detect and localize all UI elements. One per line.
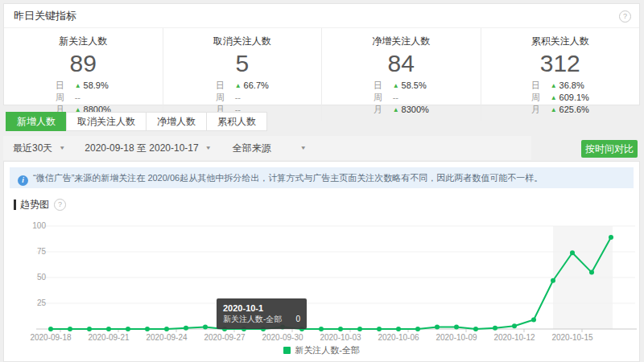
tooltip-value: 0 [295, 314, 300, 325]
stat-value: ▲36.8% [551, 80, 584, 90]
kpi-card-value: 5 [163, 50, 322, 77]
x-tick-label: 2020-10-12 [493, 333, 535, 342]
kpi-stat-row: 月▲625.6% [531, 104, 589, 116]
trend-line-chart[interactable]: 2550751002020-09-182020-09-212020-09-242… [4, 216, 639, 345]
stat-period-label: 月 [531, 104, 551, 116]
stat-period-label: 月 [374, 104, 393, 116]
caret-down-icon: ▼ [59, 145, 65, 150]
up-arrow-icon: ▲ [393, 82, 399, 89]
kpi-card: 新关注人数89日▲58.9%周--月▲8800% [4, 28, 163, 121]
kpi-stat-row: 周▲609.1% [531, 92, 589, 104]
date-range-dropdown[interactable]: 2020-09-18 至 2020-10-17 ▼ [85, 142, 211, 155]
tab-累积人数[interactable]: 累积人数 [206, 112, 267, 131]
stat-period-label: 日 [374, 80, 393, 92]
kpi-panel-title: 昨日关键指标 [4, 4, 639, 28]
tooltip-series: 新关注人数-全部 [223, 314, 282, 325]
stat-value: ▲625.6% [551, 105, 589, 114]
up-arrow-icon: ▲ [551, 94, 557, 101]
data-point [609, 235, 613, 240]
data-point [48, 327, 53, 331]
y-tick-label: 100 [32, 221, 46, 230]
stat-period-label: 日 [216, 80, 235, 92]
chart-title: 趋势图 ? [14, 198, 639, 212]
kpi-stat-row: 月▲8300% [374, 104, 429, 116]
up-arrow-icon: ▲ [235, 82, 242, 89]
kpi-card: 取消关注人数5日▲66.7%周--月-- [163, 28, 322, 121]
help-icon[interactable]: ? [54, 199, 66, 211]
data-point [415, 327, 420, 331]
data-point [570, 250, 575, 255]
stat-value: ▲8300% [393, 105, 429, 114]
kpi-card-label: 净增关注人数 [322, 35, 481, 48]
kpi-stat-row: 周-- [56, 92, 111, 104]
x-tick-label: 2020-09-27 [204, 333, 246, 342]
kpi-card-label: 新关注人数 [4, 35, 163, 48]
x-tick-label: 2020-09-24 [146, 333, 188, 342]
data-point [589, 270, 594, 275]
x-tick-label: 2020-10-09 [436, 333, 477, 342]
kpi-card: 净增关注人数84日▲58.5%周--月▲8300% [321, 28, 481, 121]
title-bar-icon [14, 200, 16, 210]
date-range-value: 2020-09-18 至 2020-10-17 [85, 142, 198, 155]
kpi-card: 累积关注人数312日▲36.8%周▲609.1%月▲625.6% [481, 28, 640, 121]
tab-新增人数[interactable]: 新增人数 [6, 112, 67, 131]
y-tick-label: 75 [37, 247, 47, 256]
kpi-card-stats: 日▲66.7%周--月-- [216, 80, 269, 116]
data-point [435, 324, 440, 329]
caret-down-icon: ▼ [300, 145, 307, 150]
kpi-stat-row: 日▲58.9% [56, 80, 111, 92]
kpi-card-value: 89 [4, 50, 163, 77]
tab-净增人数[interactable]: 净增人数 [146, 112, 207, 131]
data-point [126, 327, 130, 331]
data-point [493, 326, 497, 331]
stat-value: ▲66.7% [235, 80, 269, 90]
kpi-stat-row: 周-- [216, 92, 269, 104]
kpi-stat-row: 日▲58.5% [374, 80, 429, 92]
date-preset-dropdown[interactable]: 最近30天 ▼ [13, 142, 65, 155]
data-point [396, 327, 401, 331]
legend-label: 新关注人数-全部 [295, 345, 360, 355]
kpi-card-stats: 日▲36.8%周▲609.1%月▲625.6% [531, 80, 589, 116]
kpi-stat-row: 日▲66.7% [216, 80, 269, 92]
info-banner: i“微信广告”来源的新增关注在 2020/06起从其他中拆分给出，计算方式与广告… [10, 167, 634, 188]
y-tick-label: 50 [37, 273, 47, 282]
data-point [203, 324, 208, 329]
stat-period-label: 日 [531, 80, 551, 92]
date-preset-value: 最近30天 [13, 142, 52, 155]
kpi-card-stats: 日▲58.9%周--月▲8800% [56, 80, 111, 116]
tooltip-date: 2020-10-1 [223, 302, 300, 314]
data-point [454, 324, 459, 329]
data-point [145, 327, 150, 331]
filter-bar: 最近30天 ▼ 2020-09-18 至 2020-10-17 ▼ 全部来源 ▼ [3, 136, 531, 160]
data-point [357, 327, 362, 331]
kpi-card-stats: 日▲58.5%周--月▲8300% [374, 80, 429, 116]
data-point [531, 318, 536, 323]
stat-value: -- [393, 93, 398, 102]
trend-line [51, 237, 611, 329]
x-tick-label: 2020-09-30 [262, 333, 303, 342]
data-point [512, 323, 517, 328]
data-point [551, 278, 555, 283]
source-dropdown[interactable]: 全部来源 ▼ [233, 142, 307, 155]
source-value: 全部来源 [233, 142, 271, 155]
chart-tooltip: 2020-10-1 新关注人数-全部 0 [217, 298, 307, 329]
data-point [338, 327, 343, 331]
up-arrow-icon: ▲ [393, 106, 399, 113]
info-banner-text: “微信广告”来源的新增关注在 2020/06起从其他中拆分给出，计算方式与广告主… [33, 173, 543, 183]
stat-period-label: 日 [56, 80, 75, 92]
metric-tab-bar: 新增人数取消关注人数净增人数累积人数 [6, 112, 267, 131]
help-icon[interactable]: ? [619, 10, 631, 23]
tab-取消关注人数[interactable]: 取消关注人数 [66, 112, 147, 131]
data-point [164, 327, 169, 331]
kpi-card-label: 取消关注人数 [163, 35, 322, 48]
stat-value: ▲609.1% [551, 93, 589, 102]
compare-by-time-button[interactable]: 按时间对比 [581, 140, 638, 158]
up-arrow-icon: ▲ [551, 82, 557, 89]
x-tick-label: 2020-10-03 [320, 333, 361, 342]
data-point [87, 327, 92, 331]
kpi-stat-row: 周-- [374, 92, 429, 104]
kpi-card-value: 84 [322, 50, 481, 77]
x-tick-label: 2020-10-15 [551, 333, 593, 342]
chart-legend[interactable]: 新关注人数-全部 [4, 344, 639, 356]
data-point [473, 327, 478, 331]
